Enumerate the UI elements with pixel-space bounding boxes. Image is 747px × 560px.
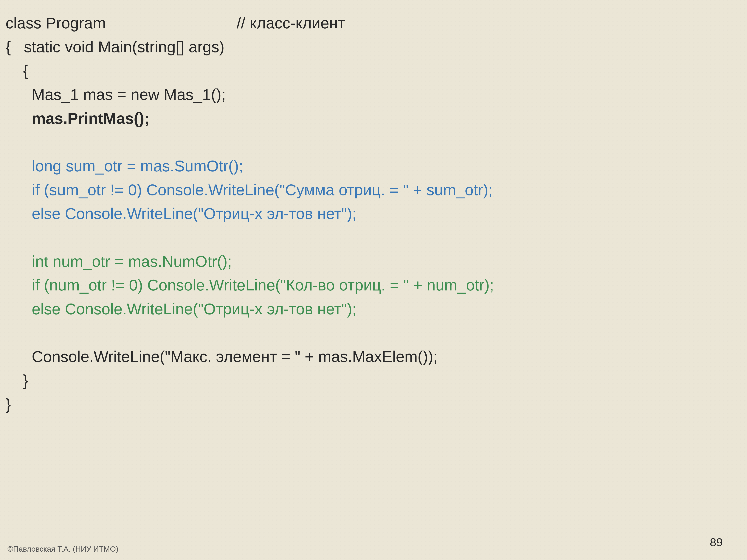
code-block: class Program // класс-клиент { static v… [6,11,741,416]
slide-content: class Program // класс-клиент { static v… [6,11,741,416]
code-line: } [6,372,28,389]
footer-copyright: ©Павловская Т.А. (НИУ ИТМО) [7,545,119,554]
code-line: else Console.WriteLine("Отриц-х эл-тов н… [6,205,357,222]
code-line: else Console.WriteLine("Отриц-х эл-тов н… [6,300,357,318]
page-number: 89 [710,536,723,549]
code-line: { static void Main(string[] args) [6,38,225,56]
code-line: Console.WriteLine("Макс. элемент = " + m… [6,348,438,365]
code-line: class Program // класс-клиент [6,14,345,32]
code-line: int num_otr = mas.NumOtr(); [6,252,232,270]
code-line: if (sum_otr != 0) Console.WriteLine("Сум… [6,181,493,198]
code-line: } [6,396,11,413]
code-line: Mas_1 mas = new Mas_1(); [6,86,226,103]
code-line: long sum_otr = mas.SumOtr(); [6,157,243,175]
code-line: mas.PrintMas(); [6,110,149,127]
code-line: if (num_otr != 0) Console.WriteLine("Кол… [6,276,494,294]
code-line: { [6,62,28,79]
